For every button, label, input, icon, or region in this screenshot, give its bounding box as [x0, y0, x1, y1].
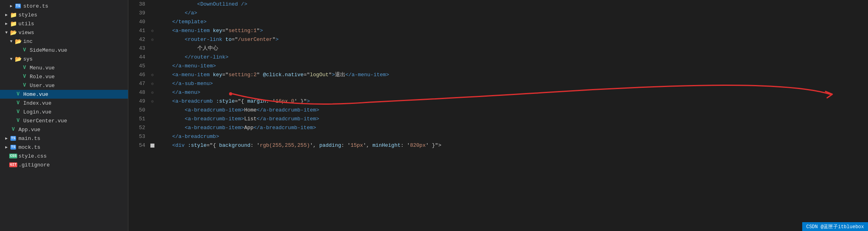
- gutter-line: ⊙: [148, 71, 156, 79]
- sidebar-item-main-ts[interactable]: ▶ TS main.ts: [0, 134, 128, 143]
- sidebar-item-label: Index.vue: [23, 100, 51, 106]
- sidebar-item-views[interactable]: ▼ 📂 views: [0, 28, 128, 37]
- sidebar-item-styles[interactable]: ▶ 📁 styles: [0, 10, 128, 19]
- sidebar-item-role[interactable]: V Role.vue: [0, 72, 128, 81]
- sidebar-item-app[interactable]: V App.vue: [0, 125, 128, 134]
- code-line-52: <a-breadcrumb-item>App</a-breadcrumb-ite…: [160, 124, 868, 132]
- editor-gutter: ⊙ ⊙ ⊙ ⊙ ⊙ ⊙: [148, 0, 156, 231]
- code-line-38: <DownOutlined />: [160, 0, 868, 9]
- gutter-line: [148, 106, 156, 115]
- chevron-right-icon: ▶: [3, 144, 10, 150]
- statusbar-text: CSDN @蓝匣子itbluebox: [806, 223, 864, 230]
- code-content[interactable]: <DownOutlined /> </a> </template> <a-men…: [156, 0, 868, 231]
- vue-file-icon: V: [14, 118, 22, 124]
- git-file-icon: GIT: [10, 162, 17, 168]
- vue-file-icon: V: [14, 91, 22, 97]
- gutter-line: [148, 18, 156, 26]
- chevron-down-icon: ▼: [8, 56, 14, 62]
- sidebar-item-home[interactable]: V Home.vue: [0, 90, 128, 99]
- line-number: 41: [128, 26, 145, 35]
- code-line-48: </a-menu>: [160, 88, 868, 97]
- folder-open-icon: 📂: [14, 38, 22, 45]
- line-number: 39: [128, 9, 145, 18]
- sidebar-item-label: views: [18, 30, 34, 36]
- sidebar-item-inc[interactable]: ▼ 📂 inc: [0, 37, 128, 46]
- sidebar-item-label: style.css: [18, 153, 47, 159]
- gutter-line: [148, 44, 156, 53]
- code-token: </router-link>: [160, 54, 229, 60]
- chevron-right-icon: ▶: [3, 12, 10, 18]
- gutter-line: [148, 132, 156, 141]
- code-token: <a-menu-item key="setting:1">: [160, 28, 263, 34]
- line-number: 51: [128, 115, 145, 124]
- code-token: <a-menu-item key="setting:2" @click.nati…: [160, 72, 389, 78]
- sidebar-item-label: UserCenter.vue: [23, 118, 67, 124]
- line-number: 54: [128, 141, 145, 150]
- code-token: <a-breadcrumb-item>App</a-breadcrumb-ite…: [160, 125, 316, 131]
- sidebar-item-sidemenu[interactable]: V SideMenu.vue: [0, 46, 128, 55]
- code-token: <a-breadcrumb :style="{ margin: '16px 0'…: [160, 98, 310, 104]
- gutter-line: [148, 62, 156, 71]
- code-line-45: </a-menu-item>: [160, 62, 868, 71]
- folder-open-icon: 📂: [10, 29, 17, 36]
- code-token: </a-menu>: [160, 89, 200, 95]
- code-line-50: <a-breadcrumb-item>Home</a-breadcrumb-it…: [160, 106, 868, 115]
- line-number: 42: [128, 35, 145, 44]
- sidebar-item-user[interactable]: V User.vue: [0, 81, 128, 90]
- code-token: </template>: [160, 19, 207, 25]
- gutter-line: ⊙: [148, 26, 156, 35]
- line-number: 49: [128, 97, 145, 106]
- code-line-46: <a-menu-item key="setting:2" @click.nati…: [160, 71, 868, 79]
- vue-file-icon: V: [14, 100, 22, 106]
- sidebar-item-label: Role.vue: [30, 74, 55, 80]
- gutter-line: [148, 0, 156, 9]
- line-number: 43: [128, 44, 145, 53]
- gutter-line: [148, 141, 156, 150]
- gutter-line: ⊙: [148, 97, 156, 106]
- sidebar-item-style-css[interactable]: CSS style.css: [0, 152, 128, 160]
- sidebar-item-label: store.ts: [23, 3, 48, 9]
- sidebar-item-index[interactable]: V Index.vue: [0, 99, 128, 107]
- sidebar-item-label: Login.vue: [23, 109, 51, 115]
- vue-file-icon: V: [21, 82, 28, 89]
- gutter-line: ⊙: [148, 35, 156, 44]
- sidebar-item-label: Home.vue: [23, 91, 48, 97]
- vue-file-icon: V: [14, 109, 22, 115]
- sidebar-item-gitignore[interactable]: GIT .gitignore: [0, 160, 128, 169]
- sidebar-item-label: .gitignore: [18, 162, 50, 168]
- folder-icon: 📁: [10, 12, 17, 18]
- editor-area: 38 39 40 41 42 43 44 45 46 47 48 49 50 5…: [128, 0, 868, 231]
- sidebar-item-store-ts[interactable]: ▶ TS store.ts: [0, 2, 128, 10]
- code-line-43: 个人中心: [160, 44, 868, 53]
- sidebar-item-label: Menu.vue: [30, 65, 55, 71]
- line-number: 52: [128, 124, 145, 132]
- sidebar-item-label: inc: [23, 38, 32, 45]
- chevron-right-icon: ▶: [8, 3, 14, 9]
- sidebar-item-label: App.vue: [18, 127, 41, 133]
- sidebar-item-sys[interactable]: ▼ 📂 sys: [0, 55, 128, 63]
- ts-file-icon: TS: [14, 3, 22, 9]
- code-line-49: <a-breadcrumb :style="{ margin: '16px 0'…: [160, 97, 868, 106]
- code-line-51: <a-breadcrumb-item>List</a-breadcrumb-it…: [160, 115, 868, 124]
- vue-file-icon: V: [21, 65, 28, 71]
- code-line-54: <div :style="{ background: 'rgb(255,255,…: [160, 141, 868, 150]
- sidebar-item-login[interactable]: V Login.vue: [0, 107, 128, 116]
- code-token: </a-breadcrumb>: [160, 134, 219, 140]
- sidebar-item-label: main.ts: [18, 136, 41, 142]
- vue-file-icon: V: [10, 126, 17, 133]
- sidebar-item-label: User.vue: [30, 83, 55, 89]
- line-number: 53: [128, 132, 145, 141]
- gutter-line: [148, 115, 156, 124]
- sidebar-item-utils[interactable]: ▶ 📁 utils: [0, 19, 128, 28]
- sidebar-item-label: SideMenu.vue: [30, 47, 67, 53]
- code-token: 个人中心: [160, 45, 218, 51]
- folder-open-icon: 📂: [14, 56, 22, 62]
- code-token: <a-breadcrumb-item>Home</a-breadcrumb-it…: [160, 107, 319, 113]
- sidebar-item-menu[interactable]: V Menu.vue: [0, 63, 128, 72]
- ts-file-icon: TS: [10, 144, 17, 150]
- code-token: <a-breadcrumb-item>List</a-breadcrumb-it…: [160, 116, 319, 122]
- sidebar-item-usercenter[interactable]: V UserCenter.vue: [0, 116, 128, 125]
- code-token: <div :style="{ background: 'rgb(255,255,…: [160, 142, 441, 148]
- sidebar-item-mock-ts[interactable]: ▶ TS mock.ts: [0, 143, 128, 152]
- code-line-40: </template>: [160, 18, 868, 26]
